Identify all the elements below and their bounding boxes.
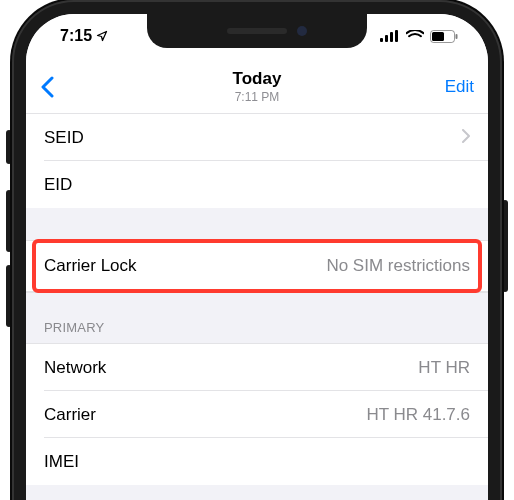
row-label: Carrier Lock (44, 256, 137, 276)
svg-rect-1 (385, 35, 388, 42)
row-eid[interactable]: EID (26, 161, 488, 208)
row-label: Carrier (44, 405, 96, 425)
edit-button[interactable]: Edit (445, 77, 474, 97)
nav-bar: Today 7:11 PM Edit (26, 60, 488, 114)
row-imei[interactable]: IMEI (26, 438, 488, 485)
svg-rect-0 (380, 38, 383, 42)
section-header-primary: PRIMARY (26, 292, 488, 344)
front-camera (297, 26, 307, 36)
svg-rect-3 (395, 30, 398, 42)
row-network[interactable]: Network HT HR (26, 344, 488, 391)
row-label: IMEI (44, 452, 79, 472)
section-gap (26, 208, 488, 240)
svg-rect-2 (390, 32, 393, 42)
row-carrier-lock-group: Carrier Lock No SIM restrictions (26, 240, 488, 292)
svg-rect-6 (456, 34, 458, 39)
section-header-label: PRIMARY (44, 320, 104, 335)
side-button[interactable] (502, 200, 508, 292)
row-carrier[interactable]: Carrier HT HR 41.7.6 (26, 391, 488, 438)
content-area[interactable]: SEID EID Carrier Lock No S (26, 114, 488, 485)
cellular-signal-icon (380, 30, 400, 42)
row-label: Network (44, 358, 106, 378)
status-time: 7:15 (60, 27, 92, 45)
row-label: SEID (44, 128, 84, 148)
battery-icon (430, 30, 458, 43)
row-value: HT HR 41.7.6 (366, 405, 470, 425)
wifi-icon (406, 30, 424, 42)
row-label: EID (44, 175, 72, 195)
screen: 7:15 (26, 14, 488, 500)
back-chevron-icon[interactable] (40, 76, 54, 98)
svg-rect-5 (432, 32, 444, 41)
notch (147, 14, 367, 48)
row-value: HT HR (418, 358, 470, 378)
phone-bezel: 7:15 (12, 0, 502, 500)
row-value: No SIM restrictions (326, 256, 470, 276)
nav-title: Today (233, 69, 282, 89)
row-carrier-lock[interactable]: Carrier Lock No SIM restrictions (26, 241, 488, 291)
chevron-right-icon (462, 128, 470, 148)
row-seid[interactable]: SEID (26, 114, 488, 161)
nav-subtitle: 7:11 PM (233, 90, 282, 104)
speaker-grill (227, 28, 287, 34)
nav-title-area: Today 7:11 PM (233, 69, 282, 103)
location-icon (96, 30, 108, 42)
